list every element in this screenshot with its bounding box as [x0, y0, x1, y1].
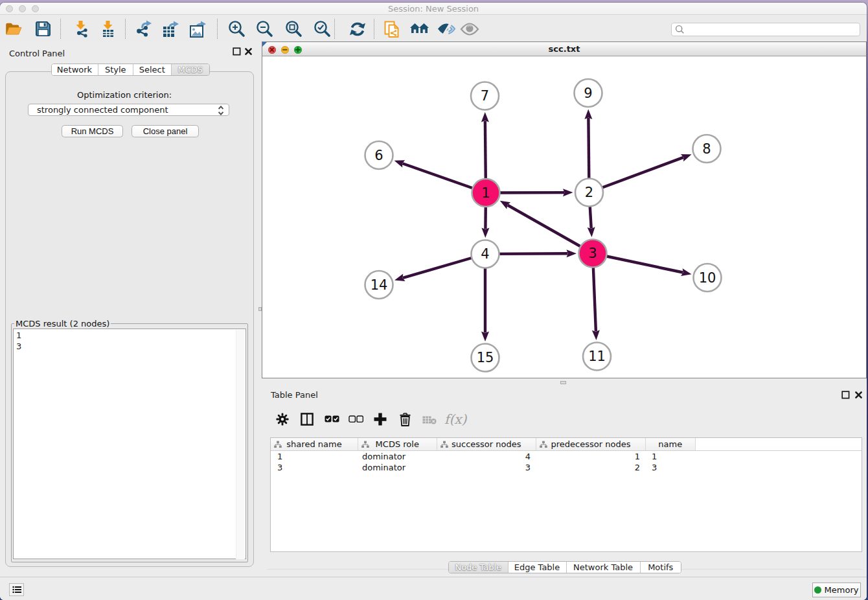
node-label: 3: [588, 246, 597, 261]
tab-mcds[interactable]: MCDS: [172, 64, 210, 75]
export-table-icon[interactable]: [161, 16, 181, 42]
column-header-name[interactable]: name: [646, 438, 696, 450]
save-session-icon[interactable]: [34, 16, 52, 42]
home-layout-icon[interactable]: [409, 16, 429, 42]
network-frame-titlebar[interactable]: scc.txt: [262, 42, 866, 56]
node-label: 14: [371, 277, 388, 293]
network-canvas[interactable]: 1234678910111415: [262, 57, 866, 378]
graph-node-8[interactable]: 8: [693, 135, 721, 163]
horizontal-splitter-grip[interactable]: [560, 381, 566, 384]
tab-edge-table[interactable]: Edge Table: [508, 562, 567, 573]
close-panel-button[interactable]: Close panel: [131, 125, 199, 137]
window-title: Session: New Session: [0, 4, 867, 14]
toolbar-separator: [334, 19, 335, 39]
add-column-icon[interactable]: [373, 412, 387, 426]
edge-arrowhead: [481, 332, 489, 342]
network-frame-title: scc.txt: [262, 44, 866, 54]
hide-selected-icon[interactable]: [437, 16, 456, 42]
graph-node-7[interactable]: 7: [471, 82, 499, 110]
desktop: { "window": { "title": "Session: New Ses…: [0, 0, 868, 600]
tab-motifs[interactable]: Motifs: [641, 562, 681, 573]
toolbar-separator: [125, 19, 126, 39]
node-label: 2: [585, 185, 593, 200]
run-mcds-button[interactable]: Run MCDS: [62, 125, 123, 137]
graph-node-1[interactable]: 1: [472, 179, 500, 207]
window-titlebar[interactable]: Session: New Session: [0, 3, 867, 15]
table-cell[interactable]: 4: [437, 451, 537, 462]
search-input[interactable]: [687, 25, 860, 34]
memory-button[interactable]: Memory: [812, 583, 861, 597]
column-header-shared-name[interactable]: shared name: [271, 438, 358, 450]
table-cell[interactable]: 1: [646, 451, 696, 462]
graph-node-9[interactable]: 9: [575, 79, 602, 107]
export-network-icon[interactable]: [134, 16, 153, 42]
table-cell[interactable]: dominator: [358, 451, 437, 462]
search-field[interactable]: [671, 23, 860, 36]
table-cell[interactable]: 3: [646, 462, 696, 473]
show-all-icon[interactable]: [460, 16, 479, 42]
edge-2-8[interactable]: [589, 157, 683, 192]
control-panel-float-icon[interactable]: [233, 47, 241, 56]
delete-table-icon[interactable]: [422, 416, 437, 424]
function-builder-icon[interactable]: f(x): [444, 411, 466, 427]
control-panel-close-icon[interactable]: [244, 47, 253, 56]
node-label: 10: [699, 270, 716, 286]
table-cell[interactable]: 1: [536, 451, 646, 462]
frame-resize-corner[interactable]: [262, 42, 267, 47]
network-graph: 1234678910111415: [262, 57, 866, 378]
column-visibility-icon[interactable]: [301, 413, 314, 426]
result-scrollbar[interactable]: [236, 330, 245, 559]
network-view-frame: scc.txt 1234678910111415: [262, 41, 867, 378]
graph-node-6[interactable]: 6: [365, 141, 393, 169]
table-cell[interactable]: 2: [536, 462, 646, 473]
graph-node-14[interactable]: 14: [365, 271, 393, 299]
graph-node-10[interactable]: 10: [694, 264, 722, 292]
memory-status-icon: [814, 586, 821, 594]
refresh-view-icon[interactable]: [348, 16, 367, 42]
tab-style[interactable]: Style: [98, 64, 134, 75]
graph-node-4[interactable]: 4: [472, 240, 499, 268]
table-panel-float-icon[interactable]: [841, 391, 850, 399]
table-cell[interactable]: 3: [271, 462, 358, 473]
status-bar: Memory: [0, 577, 867, 600]
edge-arrowhead: [481, 227, 489, 238]
criterion-dropdown[interactable]: strongly connected component: [28, 104, 229, 116]
graph-node-2[interactable]: 2: [575, 179, 603, 207]
column-header-predecessor-nodes[interactable]: predecessor nodes: [536, 438, 646, 450]
table-row[interactable]: 1dominator411: [271, 451, 862, 462]
mcds-result-box: MCDS result (2 nodes) 13: [11, 319, 248, 562]
task-history-button[interactable]: [9, 583, 24, 596]
open-session-icon[interactable]: [4, 16, 23, 42]
edge-arrowhead: [592, 330, 600, 340]
zoom-selected-icon[interactable]: [312, 16, 332, 42]
network-snapshot-icon[interactable]: [383, 16, 402, 42]
tab-node-table[interactable]: Node Table: [449, 562, 508, 573]
table-cell[interactable]: dominator: [358, 462, 437, 473]
graph-node-15[interactable]: 15: [472, 344, 499, 372]
node-label: 1: [481, 185, 490, 201]
tab-network-table[interactable]: Network Table: [567, 562, 641, 573]
zoom-fit-icon[interactable]: [283, 16, 303, 42]
column-header-successor-nodes[interactable]: successor nodes: [437, 438, 537, 450]
export-image-icon[interactable]: [188, 16, 208, 42]
import-table-icon[interactable]: [98, 16, 117, 42]
table-cell[interactable]: 3: [437, 462, 537, 473]
node-table-body: 1dominator4113dominator323: [271, 451, 862, 473]
deselect-all-rows-icon[interactable]: [348, 415, 363, 423]
table-options-icon[interactable]: [276, 413, 289, 426]
delete-column-icon[interactable]: [399, 413, 411, 426]
import-network-icon[interactable]: [71, 16, 90, 42]
column-header-MCDS-role[interactable]: MCDS role: [358, 438, 437, 450]
table-cell[interactable]: 1: [271, 451, 358, 462]
table-row[interactable]: 3dominator323: [271, 462, 862, 473]
tab-select[interactable]: Select: [133, 64, 172, 75]
select-all-rows-icon[interactable]: [325, 415, 339, 423]
graph-node-11[interactable]: 11: [583, 343, 611, 371]
zoom-in-icon[interactable]: [226, 16, 246, 42]
mcds-result-list[interactable]: 13: [13, 329, 246, 559]
tab-network[interactable]: Network: [52, 64, 98, 75]
table-panel-close-icon[interactable]: [854, 391, 863, 399]
graph-node-3[interactable]: 3: [579, 240, 607, 268]
zoom-out-icon[interactable]: [254, 16, 274, 42]
node-table-header: shared nameMCDS rolesuccessor nodesprede…: [271, 438, 862, 451]
